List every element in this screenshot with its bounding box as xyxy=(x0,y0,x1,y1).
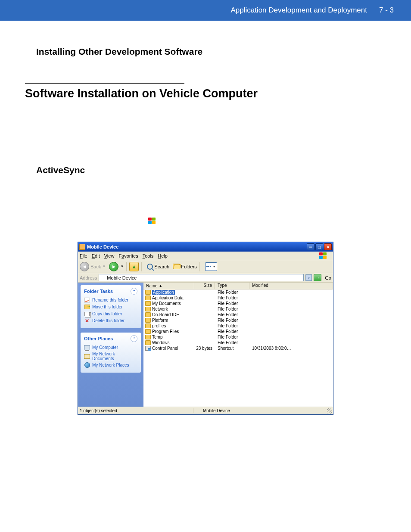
page-content: Installing Other Development Software So… xyxy=(0,47,411,415)
file-row[interactable]: profilesFile Folder xyxy=(143,323,333,329)
back-icon: ◄ xyxy=(80,262,89,271)
file-type: File Folder xyxy=(215,296,249,300)
rename-folder-link[interactable]: Rename this folder xyxy=(84,297,137,303)
menu-help[interactable]: Help xyxy=(158,253,168,258)
folder-icon xyxy=(145,290,151,295)
up-button[interactable]: ▲ xyxy=(129,262,139,271)
file-row[interactable]: PlatformFile Folder xyxy=(143,317,333,323)
collapse-icon-2[interactable]: ⌃ xyxy=(131,335,137,342)
menu-favorites[interactable]: Favorites xyxy=(118,253,138,258)
col-name-header[interactable]: Name ▲ xyxy=(143,283,194,289)
forward-button[interactable]: ► xyxy=(109,262,118,271)
folder-icon xyxy=(145,296,151,300)
minimize-button[interactable]: ━ xyxy=(307,243,314,250)
file-row[interactable]: NetworkFile Folder xyxy=(143,306,333,312)
file-type: File Folder xyxy=(215,324,249,328)
menu-file[interactable]: File xyxy=(80,253,87,258)
search-button[interactable]: Search xyxy=(147,264,169,270)
delete-folder-link[interactable]: ✕Delete this folder xyxy=(84,318,137,324)
forward-dropdown-icon[interactable]: ▼ xyxy=(120,264,124,268)
search-label: Search xyxy=(154,264,169,269)
folder-tasks-header[interactable]: Folder Tasks ⌃ xyxy=(84,288,137,295)
back-dropdown-icon: ▼ xyxy=(102,264,106,268)
file-type: File Folder xyxy=(215,307,249,311)
address-value: Mobile Device xyxy=(107,275,137,280)
my-computer-link[interactable]: My Computer xyxy=(84,345,137,350)
go-button[interactable]: → xyxy=(314,274,321,281)
col-size-header[interactable]: Size xyxy=(194,283,215,289)
move-icon xyxy=(84,305,90,309)
file-row[interactable]: Application DataFile Folder xyxy=(143,295,333,301)
collapse-icon[interactable]: ⌃ xyxy=(131,288,137,295)
file-row[interactable]: Program FilesFile Folder xyxy=(143,329,333,334)
page-header: Application Development and Deployment 7… xyxy=(0,0,411,21)
file-type: File Folder xyxy=(215,318,249,323)
file-name: Network xyxy=(152,307,168,311)
file-row[interactable]: My DocumentsFile Folder xyxy=(143,301,333,306)
file-name: Windows xyxy=(152,340,170,345)
col-type-header[interactable]: Type xyxy=(215,283,249,289)
file-row[interactable]: Control Panel23 bytesShortcut10/31/2003 … xyxy=(143,345,333,351)
window-buttons: ━ ◻ ✕ xyxy=(307,243,332,250)
file-name: On-Board IDE xyxy=(152,312,179,317)
file-row[interactable]: On-Board IDEFile Folder xyxy=(143,312,333,317)
heading-activesync: ActiveSync xyxy=(36,165,375,175)
file-type: File Folder xyxy=(215,329,249,334)
menu-view[interactable]: View xyxy=(104,253,115,258)
close-button[interactable]: ✕ xyxy=(324,243,332,250)
file-name: Application Data xyxy=(152,296,184,300)
resize-grip-icon[interactable] xyxy=(327,408,332,414)
address-bar: Address Mobile Device v → Go xyxy=(78,273,333,283)
other-places-title: Other Places xyxy=(84,336,113,341)
titlebar[interactable]: Mobile Device ━ ◻ ✕ xyxy=(78,242,333,252)
file-name: Application xyxy=(152,290,175,295)
network-places-link[interactable]: My Network Places xyxy=(84,362,137,368)
toolbar-separator-2 xyxy=(141,262,142,271)
globe-icon xyxy=(84,362,90,368)
menu-edit[interactable]: Edit xyxy=(92,253,100,258)
copy-icon xyxy=(84,312,90,316)
windows-logo-inline xyxy=(148,217,375,224)
file-name: Temp xyxy=(152,335,162,339)
folder-tasks-title: Folder Tasks xyxy=(84,289,113,294)
folders-button[interactable]: Folders xyxy=(173,264,197,269)
search-icon xyxy=(147,264,153,270)
network-documents-link[interactable]: My Network Documents xyxy=(84,352,137,361)
header-title: Application Development and Deployment xyxy=(230,6,367,15)
go-label: Go xyxy=(325,275,331,280)
move-folder-link[interactable]: Move this folder xyxy=(84,304,137,310)
address-dropdown-button[interactable]: v xyxy=(305,274,312,281)
tasks-sidebar: Folder Tasks ⌃ Rename this folder Move t… xyxy=(78,283,143,407)
menu-tools[interactable]: Tools xyxy=(143,253,154,258)
other-places-header[interactable]: Other Places ⌃ xyxy=(84,335,137,342)
toolbar: ◄ Back ▼ ► ▼ ▲ Search Folders ▼ xyxy=(78,260,333,273)
menubar: File Edit View Favorites Tools Help xyxy=(78,252,333,260)
heading-software-installation: Software Installation on Vehicle Compute… xyxy=(25,87,375,100)
folder-tasks-panel: Folder Tasks ⌃ Rename this folder Move t… xyxy=(81,285,141,328)
folder-icon xyxy=(145,301,151,306)
folder-icon xyxy=(145,340,151,345)
file-type: File Folder xyxy=(215,301,249,306)
control-panel-icon xyxy=(145,346,151,351)
file-name: My Documents xyxy=(152,301,181,306)
address-input[interactable]: Mobile Device xyxy=(99,274,304,281)
views-button[interactable]: ▼ xyxy=(205,262,217,271)
copy-folder-link[interactable]: Copy this folder xyxy=(84,311,137,317)
status-bar: 1 object(s) selected Mobile Device xyxy=(78,407,333,414)
computer-icon xyxy=(84,345,90,350)
back-button: ◄ Back ▼ xyxy=(80,262,106,271)
file-row[interactable]: TempFile Folder xyxy=(143,334,333,340)
status-icon xyxy=(196,408,201,414)
explorer-window: Mobile Device ━ ◻ ✕ File Edit View Favor… xyxy=(78,242,333,415)
titlebar-icon xyxy=(79,244,85,250)
maximize-button[interactable]: ◻ xyxy=(315,243,323,250)
heading-installing-other: Installing Other Development Software xyxy=(36,47,375,57)
sort-asc-icon: ▲ xyxy=(159,284,162,288)
col-modified-header[interactable]: Modified xyxy=(249,283,333,289)
file-row[interactable]: WindowsFile Folder xyxy=(143,340,333,345)
file-type: File Folder xyxy=(215,340,249,345)
file-row[interactable]: ApplicationFile Folder xyxy=(143,289,333,295)
back-label: Back xyxy=(90,264,101,269)
file-modified: 10/31/2003 8:00:0… xyxy=(249,346,333,351)
folder-icon xyxy=(145,324,151,328)
